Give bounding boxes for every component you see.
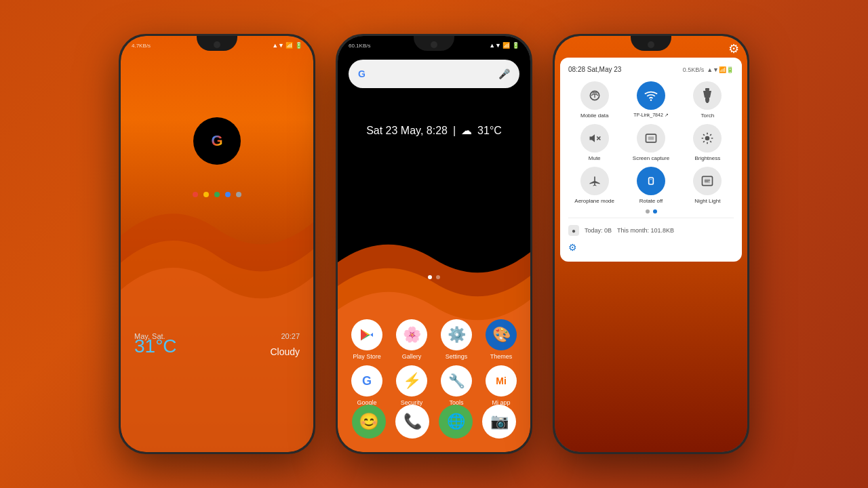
qp-tile-aeroplane[interactable]: Aeroplane mode <box>568 167 620 204</box>
svg-point-2 <box>650 99 652 101</box>
app-gallery[interactable]: 🌸 Gallery <box>392 319 431 360</box>
dock-store[interactable]: 😊 <box>352 405 386 439</box>
qp-page-dots <box>568 209 734 214</box>
settings-gear-icon[interactable]: ⚙ <box>728 41 739 56</box>
app-play-store[interactable]: Play Store <box>347 319 387 360</box>
qp-separator <box>568 218 734 218</box>
dot-red <box>193 192 198 197</box>
svg-marker-6 <box>705 101 709 103</box>
svg-line-16 <box>703 134 705 136</box>
qp-torch-label: Torch <box>701 113 715 119</box>
qp-tile-screen-capture[interactable]: Screen capture <box>625 124 677 161</box>
phone2-speed: 60.1KB/s <box>349 43 370 49</box>
phone2-page-dots <box>428 275 440 279</box>
qp-tile-brightness[interactable]: Brightness <box>682 124 734 161</box>
quick-settings-panel: 08:28 Sat,May 23 0.5KB/s ▲▼📶🔋 Mobile dat… <box>560 58 742 262</box>
phone1-wave <box>121 182 313 452</box>
phone1-screen: 4.7KB/s ▲▼ 📶 🔋 G May, Sat. 20:27 <box>121 36 313 452</box>
data-usage-icon: ● <box>568 225 579 236</box>
brightness-icon <box>693 124 722 152</box>
phone1-temperature: 31°C <box>134 336 177 357</box>
google-g-icon: G <box>211 132 222 150</box>
phone2-app-row-1: Play Store 🌸 Gallery ⚙️ Settings <box>338 319 530 360</box>
qp-row-3: Aeroplane mode Rotate off Night Light <box>568 167 734 204</box>
dot-blue <box>225 192 231 197</box>
svg-marker-4 <box>703 91 711 98</box>
phone2-separator: | <box>453 125 456 137</box>
phone1-weather: Cloudy <box>270 346 300 357</box>
qp-bottom-settings[interactable]: ⚙ <box>568 241 734 253</box>
phone2-notch <box>414 36 454 51</box>
qp-rotate-label: Rotate off <box>639 198 663 204</box>
screen-capture-icon <box>637 124 665 152</box>
app-gallery-label: Gallery <box>402 353 422 360</box>
app-settings[interactable]: ⚙️ Settings <box>437 319 476 360</box>
phone1-notch <box>197 36 237 51</box>
mobile-data-icon <box>580 81 609 110</box>
data-month: This month: 101.8KB <box>617 227 674 234</box>
qp-header: 08:28 Sat,May 23 0.5KB/s ▲▼📶🔋 <box>568 66 734 73</box>
qp-data-usage: ● Today: 0B This month: 101.8KB <box>568 222 734 239</box>
phone2-camera <box>431 41 437 48</box>
mute-icon <box>580 124 609 152</box>
mic-icon: 🎤 <box>498 68 510 79</box>
wifi-icon <box>637 81 665 110</box>
qp-wifi-label: TP-Link_7842 ↗ <box>633 113 669 118</box>
qp-tile-wifi[interactable]: TP-Link_7842 ↗ <box>625 81 677 119</box>
app-play-store-label: Play Store <box>353 353 381 360</box>
qp-screen-label: Screen capture <box>633 155 669 161</box>
phone2-temperature: 31°C <box>477 125 502 137</box>
phone2-search-bar[interactable]: G 🎤 <box>349 60 519 88</box>
svg-rect-3 <box>705 88 709 91</box>
svg-line-18 <box>710 134 711 136</box>
qp-tile-mute[interactable]: Mute <box>568 124 620 161</box>
dot-green <box>214 192 220 197</box>
qp-mute-label: Mute <box>589 155 601 161</box>
svg-line-19 <box>703 141 705 142</box>
qp-tile-night-light[interactable]: Night Light <box>682 167 734 204</box>
qp-dot-2 <box>653 209 657 214</box>
qp-tile-rotate[interactable]: Rotate off <box>625 167 677 204</box>
qp-row-2: Mute Screen capture Brightness <box>568 124 734 161</box>
phone2-dock: 😊 📞 🌐 📷 <box>338 398 530 452</box>
svg-rect-10 <box>648 137 654 140</box>
torch-icon <box>693 81 722 110</box>
dock-browser[interactable]: 🌐 <box>439 405 473 439</box>
qp-status-right: 0.5KB/s ▲▼📶🔋 <box>683 66 734 73</box>
phone1-status-icons: ▲▼ 📶 🔋 <box>272 42 302 49</box>
phone2-date-text: Sat 23 May, 8:28 <box>366 125 448 137</box>
svg-point-11 <box>705 136 710 141</box>
qp-tile-mobile-data[interactable]: Mobile data <box>568 81 620 119</box>
svg-line-17 <box>710 141 711 142</box>
qp-tile-torch[interactable]: Torch <box>682 81 734 119</box>
phone2-screen: 60.1KB/s ▲▼ 📶 🔋 G 🎤 Sat 23 May, 8:28 | ☁… <box>338 36 530 452</box>
dot-yellow <box>203 192 209 197</box>
phone1-dots <box>193 192 241 197</box>
qp-night-light-label: Night Light <box>694 198 720 204</box>
phone1-google-logo: G <box>193 117 241 165</box>
phone1-speed: 4.7KB/s <box>132 43 151 49</box>
qp-mobile-data-label: Mobile data <box>580 113 608 119</box>
phone-3: ⚙ 08:28 Sat,May 23 0.5KB/s ▲▼📶🔋 Mobile d… <box>553 34 749 454</box>
svg-rect-20 <box>649 178 654 184</box>
phone2-datetime: Sat 23 May, 8:28 | ☁ 31°C <box>338 124 530 137</box>
app-settings-label: Settings <box>446 353 468 360</box>
dot-active <box>428 275 432 279</box>
phone3-screen: ⚙ 08:28 Sat,May 23 0.5KB/s ▲▼📶🔋 Mobile d… <box>555 36 747 452</box>
qp-time: 08:28 Sat,May 23 <box>568 66 621 73</box>
phone1-info: 31°C Cloudy <box>121 336 313 357</box>
phone2-weather-icon: ☁ <box>461 124 472 137</box>
app-themes[interactable]: 🎨 Themes <box>481 319 521 360</box>
aeroplane-icon <box>580 167 609 195</box>
qp-speed: 0.5KB/s <box>683 66 705 73</box>
dock-phone[interactable]: 📞 <box>395 405 429 439</box>
app-themes-label: Themes <box>490 353 513 360</box>
rotate-icon <box>637 167 665 195</box>
dot-gray <box>236 192 241 197</box>
qp-dot-1 <box>646 209 650 214</box>
qp-brightness-label: Brightness <box>694 155 720 161</box>
svg-rect-5 <box>705 98 709 101</box>
phone2-status-icons: ▲▼ 📶 🔋 <box>489 42 519 49</box>
phone3-notch <box>631 36 671 51</box>
dock-camera[interactable]: 📷 <box>482 405 516 439</box>
